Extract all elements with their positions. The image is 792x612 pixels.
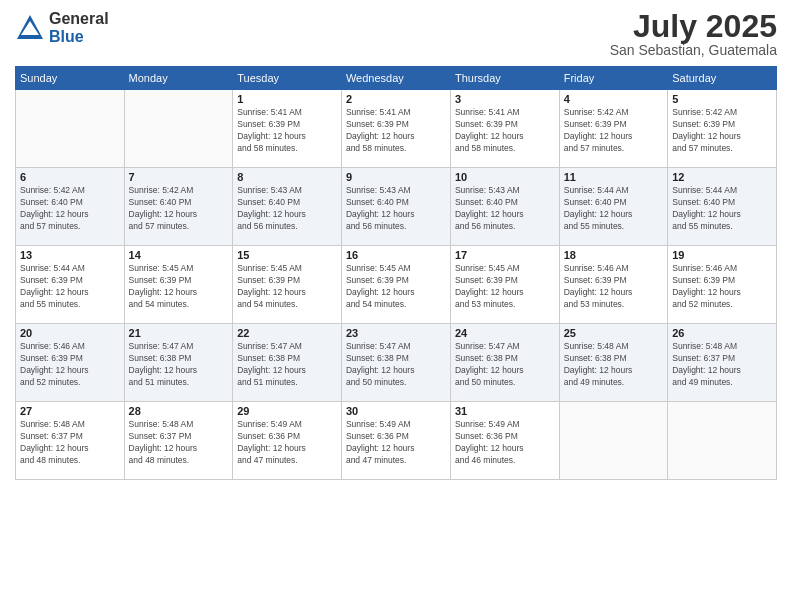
day-number: 16 [346, 249, 446, 261]
header: General Blue July 2025 San Sebastian, Gu… [15, 10, 777, 58]
day-number: 4 [564, 93, 664, 105]
day-info: Sunrise: 5:42 AM Sunset: 6:40 PM Dayligh… [20, 185, 120, 233]
calendar-cell [559, 402, 668, 480]
page: General Blue July 2025 San Sebastian, Gu… [0, 0, 792, 612]
calendar-header-row: SundayMondayTuesdayWednesdayThursdayFrid… [16, 67, 777, 90]
day-number: 11 [564, 171, 664, 183]
day-number: 5 [672, 93, 772, 105]
calendar-cell: 16Sunrise: 5:45 AM Sunset: 6:39 PM Dayli… [341, 246, 450, 324]
calendar-cell: 15Sunrise: 5:45 AM Sunset: 6:39 PM Dayli… [233, 246, 342, 324]
calendar-header-tuesday: Tuesday [233, 67, 342, 90]
day-info: Sunrise: 5:46 AM Sunset: 6:39 PM Dayligh… [672, 263, 772, 311]
calendar-cell: 31Sunrise: 5:49 AM Sunset: 6:36 PM Dayli… [450, 402, 559, 480]
calendar-cell: 4Sunrise: 5:42 AM Sunset: 6:39 PM Daylig… [559, 90, 668, 168]
day-info: Sunrise: 5:42 AM Sunset: 6:39 PM Dayligh… [672, 107, 772, 155]
day-info: Sunrise: 5:43 AM Sunset: 6:40 PM Dayligh… [237, 185, 337, 233]
day-info: Sunrise: 5:46 AM Sunset: 6:39 PM Dayligh… [20, 341, 120, 389]
day-number: 8 [237, 171, 337, 183]
day-info: Sunrise: 5:48 AM Sunset: 6:37 PM Dayligh… [129, 419, 229, 467]
calendar-header-wednesday: Wednesday [341, 67, 450, 90]
calendar-cell: 8Sunrise: 5:43 AM Sunset: 6:40 PM Daylig… [233, 168, 342, 246]
logo-general: General [49, 10, 109, 28]
day-number: 28 [129, 405, 229, 417]
day-number: 15 [237, 249, 337, 261]
day-number: 6 [20, 171, 120, 183]
calendar-cell [668, 402, 777, 480]
calendar-cell: 20Sunrise: 5:46 AM Sunset: 6:39 PM Dayli… [16, 324, 125, 402]
day-number: 12 [672, 171, 772, 183]
day-number: 22 [237, 327, 337, 339]
month-title: July 2025 [610, 10, 777, 42]
day-number: 7 [129, 171, 229, 183]
title-block: July 2025 San Sebastian, Guatemala [610, 10, 777, 58]
calendar-header-thursday: Thursday [450, 67, 559, 90]
calendar-cell: 17Sunrise: 5:45 AM Sunset: 6:39 PM Dayli… [450, 246, 559, 324]
day-number: 27 [20, 405, 120, 417]
calendar-cell: 21Sunrise: 5:47 AM Sunset: 6:38 PM Dayli… [124, 324, 233, 402]
calendar-cell: 25Sunrise: 5:48 AM Sunset: 6:38 PM Dayli… [559, 324, 668, 402]
day-number: 30 [346, 405, 446, 417]
day-info: Sunrise: 5:45 AM Sunset: 6:39 PM Dayligh… [455, 263, 555, 311]
day-info: Sunrise: 5:47 AM Sunset: 6:38 PM Dayligh… [346, 341, 446, 389]
day-info: Sunrise: 5:41 AM Sunset: 6:39 PM Dayligh… [455, 107, 555, 155]
day-number: 3 [455, 93, 555, 105]
day-info: Sunrise: 5:43 AM Sunset: 6:40 PM Dayligh… [455, 185, 555, 233]
calendar-cell: 26Sunrise: 5:48 AM Sunset: 6:37 PM Dayli… [668, 324, 777, 402]
calendar-cell: 30Sunrise: 5:49 AM Sunset: 6:36 PM Dayli… [341, 402, 450, 480]
calendar-cell: 22Sunrise: 5:47 AM Sunset: 6:38 PM Dayli… [233, 324, 342, 402]
day-info: Sunrise: 5:49 AM Sunset: 6:36 PM Dayligh… [237, 419, 337, 467]
day-info: Sunrise: 5:45 AM Sunset: 6:39 PM Dayligh… [129, 263, 229, 311]
calendar: SundayMondayTuesdayWednesdayThursdayFrid… [15, 66, 777, 480]
calendar-cell: 27Sunrise: 5:48 AM Sunset: 6:37 PM Dayli… [16, 402, 125, 480]
day-info: Sunrise: 5:42 AM Sunset: 6:39 PM Dayligh… [564, 107, 664, 155]
calendar-cell [124, 90, 233, 168]
calendar-cell [16, 90, 125, 168]
day-number: 14 [129, 249, 229, 261]
day-number: 19 [672, 249, 772, 261]
day-number: 1 [237, 93, 337, 105]
day-info: Sunrise: 5:44 AM Sunset: 6:40 PM Dayligh… [564, 185, 664, 233]
calendar-cell: 2Sunrise: 5:41 AM Sunset: 6:39 PM Daylig… [341, 90, 450, 168]
calendar-cell: 29Sunrise: 5:49 AM Sunset: 6:36 PM Dayli… [233, 402, 342, 480]
calendar-header-friday: Friday [559, 67, 668, 90]
day-number: 25 [564, 327, 664, 339]
calendar-cell: 13Sunrise: 5:44 AM Sunset: 6:39 PM Dayli… [16, 246, 125, 324]
day-info: Sunrise: 5:45 AM Sunset: 6:39 PM Dayligh… [237, 263, 337, 311]
day-number: 29 [237, 405, 337, 417]
calendar-week-row-1: 6Sunrise: 5:42 AM Sunset: 6:40 PM Daylig… [16, 168, 777, 246]
day-number: 17 [455, 249, 555, 261]
day-number: 10 [455, 171, 555, 183]
calendar-cell: 18Sunrise: 5:46 AM Sunset: 6:39 PM Dayli… [559, 246, 668, 324]
day-number: 9 [346, 171, 446, 183]
day-number: 2 [346, 93, 446, 105]
day-info: Sunrise: 5:47 AM Sunset: 6:38 PM Dayligh… [455, 341, 555, 389]
calendar-cell: 11Sunrise: 5:44 AM Sunset: 6:40 PM Dayli… [559, 168, 668, 246]
calendar-header-monday: Monday [124, 67, 233, 90]
calendar-header-sunday: Sunday [16, 67, 125, 90]
calendar-week-row-4: 27Sunrise: 5:48 AM Sunset: 6:37 PM Dayli… [16, 402, 777, 480]
day-number: 26 [672, 327, 772, 339]
day-number: 23 [346, 327, 446, 339]
calendar-week-row-3: 20Sunrise: 5:46 AM Sunset: 6:39 PM Dayli… [16, 324, 777, 402]
logo-text: General Blue [49, 10, 109, 45]
day-info: Sunrise: 5:48 AM Sunset: 6:37 PM Dayligh… [672, 341, 772, 389]
logo-icon [15, 13, 45, 43]
calendar-cell: 5Sunrise: 5:42 AM Sunset: 6:39 PM Daylig… [668, 90, 777, 168]
calendar-cell: 12Sunrise: 5:44 AM Sunset: 6:40 PM Dayli… [668, 168, 777, 246]
day-info: Sunrise: 5:44 AM Sunset: 6:40 PM Dayligh… [672, 185, 772, 233]
logo: General Blue [15, 10, 109, 45]
calendar-cell: 3Sunrise: 5:41 AM Sunset: 6:39 PM Daylig… [450, 90, 559, 168]
day-info: Sunrise: 5:41 AM Sunset: 6:39 PM Dayligh… [346, 107, 446, 155]
day-info: Sunrise: 5:48 AM Sunset: 6:37 PM Dayligh… [20, 419, 120, 467]
calendar-cell: 28Sunrise: 5:48 AM Sunset: 6:37 PM Dayli… [124, 402, 233, 480]
day-info: Sunrise: 5:43 AM Sunset: 6:40 PM Dayligh… [346, 185, 446, 233]
day-number: 20 [20, 327, 120, 339]
calendar-cell: 24Sunrise: 5:47 AM Sunset: 6:38 PM Dayli… [450, 324, 559, 402]
calendar-cell: 7Sunrise: 5:42 AM Sunset: 6:40 PM Daylig… [124, 168, 233, 246]
day-info: Sunrise: 5:42 AM Sunset: 6:40 PM Dayligh… [129, 185, 229, 233]
location: San Sebastian, Guatemala [610, 42, 777, 58]
calendar-header-saturday: Saturday [668, 67, 777, 90]
day-info: Sunrise: 5:47 AM Sunset: 6:38 PM Dayligh… [237, 341, 337, 389]
calendar-cell: 14Sunrise: 5:45 AM Sunset: 6:39 PM Dayli… [124, 246, 233, 324]
day-info: Sunrise: 5:44 AM Sunset: 6:39 PM Dayligh… [20, 263, 120, 311]
